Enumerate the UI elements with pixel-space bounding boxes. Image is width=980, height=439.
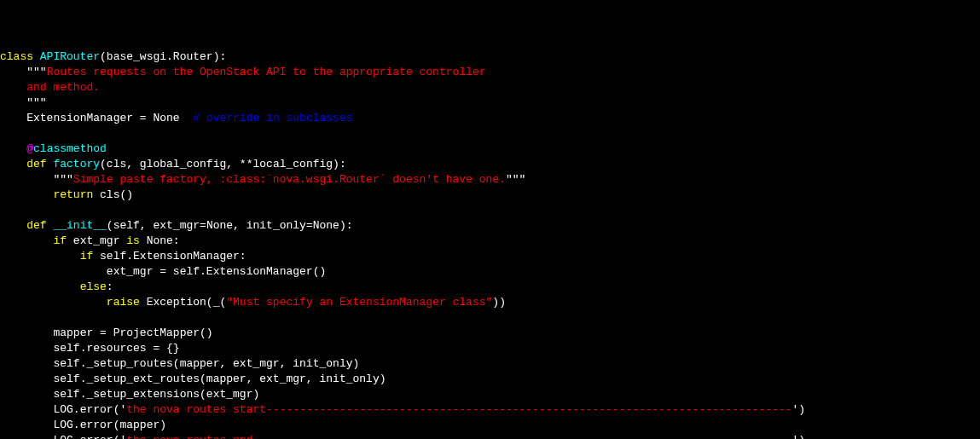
token-dec: classmethod xyxy=(33,142,107,155)
code-line: @classmethod xyxy=(0,142,980,157)
token-plain: self._setup_extensions(ext_mgr) xyxy=(53,388,259,401)
token-plain: (cls, global_config, **local_config): xyxy=(100,158,346,170)
code-line: return cls() xyxy=(0,188,980,203)
token-str: "Must specify an ExtensionManager class" xyxy=(226,296,492,309)
token-name: factory xyxy=(53,158,100,170)
code-line: self._setup_extensions(ext_mgr) xyxy=(0,387,980,402)
token-plain: ') xyxy=(792,403,805,416)
token-plain: """ xyxy=(26,66,46,78)
code-line xyxy=(0,310,980,326)
code-line: def __init__(self, ext_mgr=None, init_on… xyxy=(0,218,980,234)
token-kw: def xyxy=(26,158,53,170)
token-plain: (base_wsgi.Router): xyxy=(100,50,226,63)
code-line: def factory(cls, global_config, **local_… xyxy=(0,157,980,172)
token-name: __init__ xyxy=(53,219,106,232)
token-plain: """ xyxy=(53,173,72,186)
token-plain: LOG.error(mapper) xyxy=(53,419,166,431)
code-line: self.resources = {} xyxy=(0,341,980,356)
code-line: """Routes requests on the OpenStack API … xyxy=(0,65,980,80)
code-line: """Simple paste factory, :class:`nova.ws… xyxy=(0,172,980,188)
token-kw: return xyxy=(53,188,93,201)
code-line: ExtensionManager = None # override in su… xyxy=(0,111,980,126)
token-plain: ext_mgr xyxy=(67,234,126,247)
code-line: class APIRouter(base_wsgi.Router): xyxy=(0,49,980,65)
token-plain: cls() xyxy=(93,188,133,201)
code-line: ext_mgr = self.ExtensionManager() xyxy=(0,264,980,280)
token-str: the nova routes start-------------------… xyxy=(126,403,792,416)
code-line: else: xyxy=(0,280,980,295)
token-plain: """ xyxy=(26,96,46,109)
token-plain: self._setup_ext_routes(mapper, ext_mgr, … xyxy=(53,373,386,385)
token-str: and method. xyxy=(26,81,100,94)
code-line xyxy=(0,203,980,218)
code-line: """ xyxy=(0,95,980,111)
token-kw: if xyxy=(80,250,94,263)
token-plain: ext_mgr = self.ExtensionManager() xyxy=(107,265,326,278)
code-line: LOG.error('the nova routes start--------… xyxy=(0,402,980,418)
token-cmt: # override in subclasses xyxy=(193,112,352,124)
code-line: mapper = ProjectMapper() xyxy=(0,326,980,341)
token-kw: if xyxy=(53,234,67,247)
token-str: Simple paste factory, :class:`nova.wsgi.… xyxy=(73,173,506,186)
code-line xyxy=(0,126,980,142)
token-plain: )) xyxy=(492,296,506,309)
token-kw: def xyxy=(26,219,53,232)
token-str: Routes requests on the OpenStack API to … xyxy=(47,66,486,78)
token-plain: (self, ext_mgr=None, init_only=None): xyxy=(107,219,353,232)
code-block: class APIRouter(base_wsgi.Router): """Ro… xyxy=(0,49,980,439)
token-at: @ xyxy=(26,142,33,155)
token-plain: LOG.error(' xyxy=(53,434,126,439)
code-line: if self.ExtensionManager: xyxy=(0,249,980,264)
token-kw: raise xyxy=(107,296,140,309)
token-plain: ') xyxy=(792,434,805,439)
token-plain: self._setup_routes(mapper, ext_mgr, init… xyxy=(53,357,359,370)
code-line: if ext_mgr is None: xyxy=(0,234,980,249)
code-line: LOG.error('the nova routes end----------… xyxy=(0,433,980,439)
token-plain: self.resources = {} xyxy=(53,342,179,355)
token-plain: Exception(_( xyxy=(140,296,226,309)
code-line: self._setup_ext_routes(mapper, ext_mgr, … xyxy=(0,372,980,387)
token-plain: : xyxy=(107,280,113,293)
token-kw: else xyxy=(80,280,107,293)
token-plain: ExtensionManager = None xyxy=(26,112,193,124)
token-kw: is xyxy=(126,234,140,247)
token-str: the nova routes end---------------------… xyxy=(126,434,792,439)
token-plain: self.ExtensionManager: xyxy=(93,250,246,263)
code-line: self._setup_routes(mapper, ext_mgr, init… xyxy=(0,356,980,372)
token-kw: class xyxy=(0,50,40,63)
token-plain: mapper = ProjectMapper() xyxy=(53,326,212,339)
code-line: raise Exception(_("Must specify an Exten… xyxy=(0,295,980,310)
token-plain: None: xyxy=(140,234,180,247)
code-line: and method. xyxy=(0,80,980,95)
code-line: LOG.error(mapper) xyxy=(0,418,980,433)
token-plain: """ xyxy=(506,173,525,186)
token-name: APIRouter xyxy=(40,50,100,63)
token-plain: LOG.error(' xyxy=(53,403,126,416)
